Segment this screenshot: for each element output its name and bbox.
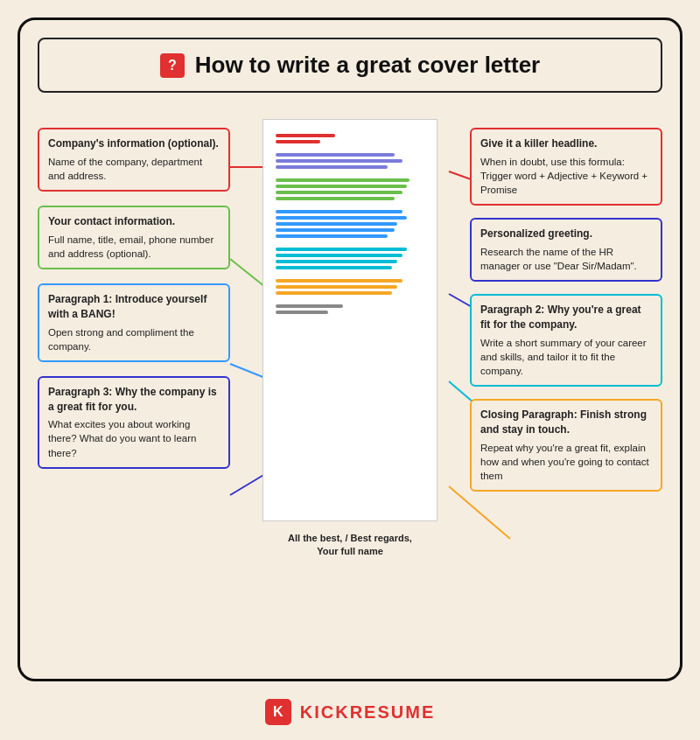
center-document: All the best, / Best regards, Your full … — [262, 119, 438, 559]
letter-line — [276, 222, 397, 226]
letter-line — [276, 254, 402, 257]
line-group — [276, 153, 424, 169]
right-box-closing: Closing Paragraph: Finish strong and sta… — [470, 399, 662, 492]
page-title: How to write a great cover letter — [195, 52, 540, 79]
box-title: Paragraph 2: Why you're a great fit for … — [480, 303, 652, 332]
left-box-para3: Paragraph 3: Why the company is a great … — [38, 376, 230, 469]
letter-line — [276, 197, 395, 200]
box-body: When in doubt, use this formula: Trigger… — [480, 155, 652, 197]
letter-line — [276, 140, 320, 143]
left-box-para1: Paragraph 1: Introduce yourself with a B… — [38, 283, 230, 362]
right-box-headline: Give it a killer headline.When in doubt,… — [470, 128, 662, 206]
brand-logo: K — [265, 699, 291, 725]
branding: K KICKRESUME — [265, 699, 435, 725]
main-container: ? How to write a great cover letter — [18, 17, 682, 681]
line-group — [276, 210, 424, 238]
letter-line — [276, 266, 392, 269]
letter-line — [276, 291, 392, 295]
letter-line — [276, 216, 407, 220]
right-column: Give it a killer headline.When in doubt,… — [470, 119, 662, 661]
line-group — [276, 279, 424, 295]
right-box-greeting: Personalized greeting.Research the name … — [470, 218, 662, 282]
letter-line — [276, 228, 395, 232]
line-group — [276, 134, 424, 143]
letter-line — [276, 134, 335, 137]
box-body: Open strong and compliment the company. — [48, 325, 220, 353]
box-title: Your contact information. — [48, 214, 220, 229]
title-icon: ? — [160, 53, 185, 78]
diagram-area: Company's information (optional).Name of… — [38, 119, 662, 661]
letter-line — [276, 153, 395, 157]
letter-line — [276, 304, 343, 308]
letter-lines — [276, 134, 424, 319]
letter-line — [276, 159, 402, 163]
letter-footer: All the best, / Best regards, Your full … — [262, 532, 438, 559]
box-body: Research the name of the HR manager or u… — [480, 245, 652, 273]
letter-line — [276, 279, 402, 283]
left-box-company-info: Company's information (optional).Name of… — [38, 128, 230, 192]
box-title: Personalized greeting. — [480, 227, 652, 241]
letter-line — [276, 260, 397, 263]
title-area: ? How to write a great cover letter — [38, 38, 662, 93]
box-title: Company's information (optional). — [48, 136, 220, 151]
box-title: Closing Paragraph: Finish strong and sta… — [480, 408, 652, 437]
left-column: Company's information (optional).Name of… — [38, 119, 230, 661]
line-group — [276, 178, 424, 200]
box-body: Name of the company, department and addr… — [48, 155, 220, 183]
box-body: Full name, title, email, phone number an… — [48, 233, 220, 261]
box-body: Write a short summary of your career and… — [480, 336, 652, 378]
box-body: What excites you about working there? Wh… — [48, 417, 220, 459]
letter-line — [276, 285, 397, 289]
letter-paper — [262, 119, 438, 521]
box-body: Repeat why you're a great fit, explain h… — [480, 441, 652, 483]
box-title: Give it a killer headline. — [480, 136, 652, 151]
right-box-para2: Paragraph 2: Why you're a great fit for … — [470, 294, 662, 387]
brand-name: KICKRESUME — [300, 702, 435, 723]
letter-line — [276, 191, 402, 194]
letter-line — [276, 210, 402, 213]
letter-line — [276, 248, 407, 251]
letter-line — [276, 311, 328, 314]
left-box-contact-info: Your contact information.Full name, titl… — [38, 206, 230, 269]
letter-line — [276, 178, 410, 182]
letter-line — [276, 165, 388, 169]
box-title: Paragraph 1: Introduce yourself with a B… — [48, 292, 220, 322]
line-group — [276, 248, 424, 269]
letter-line — [276, 234, 388, 238]
box-title: Paragraph 3: Why the company is a great … — [48, 385, 220, 415]
line-group — [276, 304, 424, 314]
letter-line — [276, 185, 407, 188]
